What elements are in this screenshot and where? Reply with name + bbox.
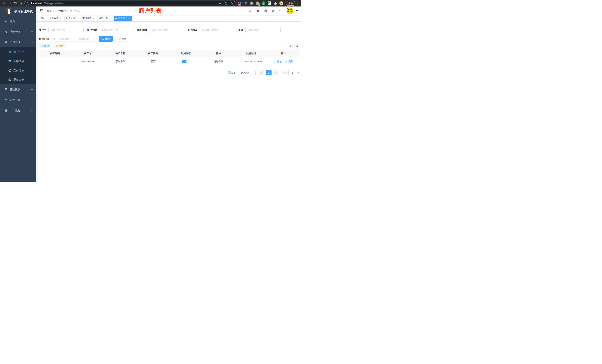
extension-profile-icon[interactable]: 1 xyxy=(256,1,259,5)
toggle-search-button[interactable] xyxy=(287,43,293,49)
next-page-button[interactable] xyxy=(273,70,279,75)
prev-page-button[interactable] xyxy=(258,70,264,75)
sidebar-item-system[interactable]: 系统管理 xyxy=(0,26,36,37)
share-icon xyxy=(224,2,227,5)
short-name-input[interactable] xyxy=(149,27,184,33)
sidebar-item-home[interactable]: 首页 xyxy=(0,16,36,26)
address-bar[interactable]: localhost:1024/pay/merchant xyxy=(24,0,235,6)
refresh-table-button[interactable] xyxy=(294,43,300,49)
close-icon[interactable]: × xyxy=(128,17,130,20)
header-actions: ? tT xyxy=(248,8,298,14)
info-icon[interactable] xyxy=(27,2,30,5)
dashboard-icon xyxy=(4,20,8,23)
sidebar-item-merchant-info[interactable]: 商户信息 xyxy=(0,47,36,56)
sidebar-toggle-button[interactable] xyxy=(39,9,43,13)
emoji-face-icon xyxy=(279,1,283,5)
monitor-chart-icon xyxy=(4,88,8,91)
browser-update-button[interactable]: 更新 xyxy=(286,1,295,6)
extension-flag-icon[interactable] xyxy=(268,1,271,5)
sidebar-item-infra[interactable]: 基础设施 xyxy=(0,84,36,95)
breadcrumb-home[interactable]: 首页 xyxy=(47,9,52,13)
page-1-button[interactable]: 1 xyxy=(266,70,271,75)
share-button[interactable] xyxy=(224,1,228,6)
sidebar-item-label: 系统管理 xyxy=(10,30,20,33)
browser-back-button[interactable] xyxy=(2,0,7,6)
search-button[interactable]: 搜索 xyxy=(99,36,113,42)
app-title: 芋道管理系统 xyxy=(14,9,33,13)
gear-icon xyxy=(4,30,8,33)
status-select-input[interactable] xyxy=(200,27,235,33)
fullscreen-button[interactable] xyxy=(271,9,275,13)
extension-command-icon[interactable]: ⌘ xyxy=(250,1,254,5)
url-path: :1024/pay/merchant xyxy=(42,2,63,5)
browser-menu-button[interactable] xyxy=(297,2,298,5)
extension-y-icon[interactable]: y xyxy=(261,1,265,5)
extension-blocks-icon[interactable]: 10 xyxy=(238,1,242,5)
filter-label: 商户简称 xyxy=(137,28,147,32)
reset-button[interactable]: 重置 xyxy=(115,36,129,42)
sidebar-item-refund-order[interactable]: 退款订单 xyxy=(0,75,36,84)
extension-balloon-icon[interactable] xyxy=(244,1,248,5)
status-toggle[interactable] xyxy=(182,60,189,63)
github-button[interactable] xyxy=(256,9,260,13)
filter-short-name: 商户简称 xyxy=(137,27,184,33)
browser-profile-avatar[interactable] xyxy=(279,1,283,5)
add-button[interactable]: 新增 xyxy=(39,43,51,48)
edit-link[interactable]: 修改 xyxy=(274,60,282,63)
date-end-placeholder[interactable]: 结束日期 xyxy=(75,37,93,41)
font-size-button[interactable]: tT xyxy=(278,9,283,13)
tab-home[interactable]: 首页 xyxy=(39,16,47,21)
chevron-down-icon xyxy=(31,99,33,101)
coin-yen-icon: ¥ xyxy=(8,69,11,72)
plus-icon xyxy=(41,45,43,47)
status-select[interactable] xyxy=(200,27,235,33)
kebab-menu-icon xyxy=(297,2,298,5)
delete-link[interactable]: 删除 xyxy=(285,60,293,63)
help-button[interactable]: ? xyxy=(263,9,268,13)
tab-refund-order[interactable]: 退款订单× xyxy=(97,16,113,21)
sidebar-item-devtools[interactable]: 研发工具 xyxy=(0,95,36,105)
goto-page: 前往 页 xyxy=(282,70,300,75)
password-key-button[interactable] xyxy=(218,1,222,6)
tab-user-group[interactable]: 用户分组× xyxy=(64,16,80,21)
date-range-picker[interactable]: 开始日期 - 结束日期 xyxy=(51,36,95,42)
tab-process-form[interactable]: 流程表单× xyxy=(48,16,63,21)
green-circle: y xyxy=(261,1,265,5)
bookmark-star-button[interactable] xyxy=(229,1,234,6)
browser-reload-button[interactable] xyxy=(13,0,18,6)
cell-actions: 修改 删除 xyxy=(267,57,300,66)
command-circle: ⌘ xyxy=(250,1,254,5)
sidebar-item-workflow[interactable]: 工作流程 xyxy=(0,105,36,116)
calendar-icon xyxy=(53,38,55,40)
breadcrumb-pay[interactable]: 支付管理 xyxy=(56,9,66,13)
browser-home-button[interactable] xyxy=(18,0,23,6)
close-icon[interactable]: × xyxy=(92,17,95,20)
export-button[interactable]: 导出 xyxy=(53,43,66,48)
command-glyph: ⌘ xyxy=(251,2,252,4)
tab-merchant-info[interactable]: 商户信息× xyxy=(114,16,132,21)
close-icon[interactable]: × xyxy=(76,17,78,20)
tab-pay-order[interactable]: 支付订单× xyxy=(81,16,96,21)
extensions-puzzle-button[interactable] xyxy=(273,1,277,5)
filter-remark: 备注 xyxy=(238,27,281,33)
page-size-select[interactable]: 10条/页 xyxy=(238,70,256,75)
user-avatar[interactable] xyxy=(287,8,293,14)
sidebar-item-pay-order[interactable]: ¥ 支付订单 xyxy=(0,66,36,75)
pay-submenu: 商户信息 应用信息 ¥ 支付订单 退款订单 xyxy=(0,47,36,84)
close-icon[interactable]: × xyxy=(109,17,111,20)
add-button-label: 新增 xyxy=(44,44,49,47)
date-separator: - xyxy=(74,37,75,40)
merchant-no-input[interactable] xyxy=(48,27,84,33)
full-name-input[interactable] xyxy=(99,27,134,33)
avatar-caret-button[interactable] xyxy=(296,10,298,11)
browser-forward-button[interactable] xyxy=(7,0,13,6)
url-text[interactable]: localhost:1024/pay/merchant xyxy=(31,2,216,5)
sidebar-item-pay[interactable]: ¥ 支付管理 xyxy=(0,37,36,47)
remark-input[interactable] xyxy=(245,27,281,33)
date-start-placeholder[interactable]: 开始日期 xyxy=(55,37,74,41)
breadcrumb-current: 商户信息 xyxy=(70,9,80,13)
sidebar-item-app-info[interactable]: 应用信息 xyxy=(0,56,36,66)
header-search-button[interactable] xyxy=(248,9,252,13)
goto-page-input[interactable] xyxy=(288,70,296,75)
close-icon[interactable]: × xyxy=(59,17,62,20)
